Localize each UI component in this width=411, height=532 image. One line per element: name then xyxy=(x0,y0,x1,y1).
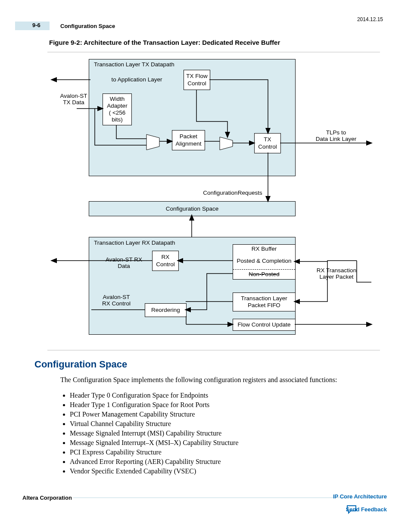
capability-structure-list: Header Type 0 Configuration Space for En… xyxy=(60,390,380,477)
diagram-arrows-layer xyxy=(47,53,380,350)
send-feedback-link[interactable]: Send Feedback xyxy=(346,506,387,513)
footer-company: Altera Corporation xyxy=(22,495,72,501)
list-item: Message Signaled Interrupt–X (MSI–X) Cap… xyxy=(70,439,380,447)
document-date: 2014.12.15 xyxy=(357,16,383,22)
list-item: PCI Express Capability Structure xyxy=(70,448,380,456)
list-item: Vendor Specific Extended Capability (VSE… xyxy=(70,467,380,475)
list-item: Header Type 1 Configuration Space for Ro… xyxy=(70,401,380,409)
figure-caption: Figure 9-2: Architecture of the Transact… xyxy=(49,39,280,46)
list-item: Virtual Channel Capability Structure xyxy=(70,420,380,428)
architecture-diagram: Transaction Layer TX Datapath to Applica… xyxy=(47,52,380,351)
page-number: 9-6 xyxy=(32,22,40,28)
list-item: Message Signaled Interrupt (MSI) Capabil… xyxy=(70,429,380,437)
list-item: Advanced Error Reporting (AER) Capabilit… xyxy=(70,458,380,466)
list-item: Header Type 0 Configuration Space for En… xyxy=(70,392,380,399)
section-intro-paragraph: The Configuration Space implements the f… xyxy=(60,376,379,384)
section-heading: Configuration Space xyxy=(34,359,127,370)
footer-architecture-link[interactable]: IP Core Architecture xyxy=(333,493,387,500)
svg-marker-0 xyxy=(146,134,159,150)
list-item: PCI Power Management Capability Structur… xyxy=(70,411,380,418)
svg-marker-1 xyxy=(220,137,233,150)
running-header-title: Configuration Space xyxy=(60,23,115,29)
